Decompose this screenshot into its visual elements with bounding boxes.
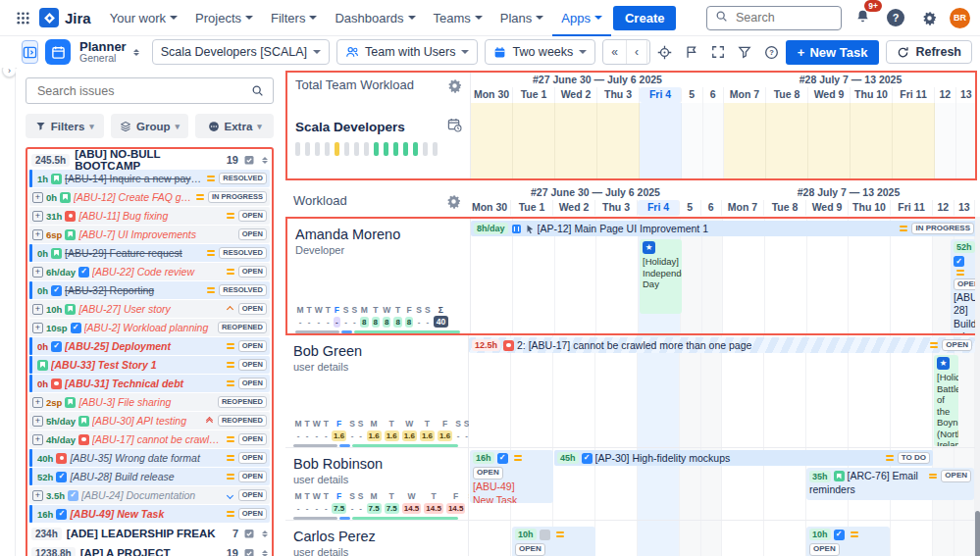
filter-funnel-icon[interactable]	[738, 45, 751, 59]
day-header-12[interactable]: 12	[933, 200, 954, 216]
fullscreen-icon[interactable]	[711, 45, 725, 59]
issue-row[interactable]: +10sp✓[ABU-2] Workload planningREOPENED	[29, 319, 270, 336]
task-card[interactable]: 16h✓OPEN[ABU-49]New Task	[470, 450, 553, 503]
day-header-mon-7[interactable]: Mon 7	[722, 200, 764, 216]
day-header-13[interactable]: 13	[954, 200, 976, 216]
day-header-tue-1[interactable]: Tue 1	[513, 87, 555, 103]
issue-row[interactable]: 40h[ABU-35] Wrong date formatOPEN	[29, 449, 270, 467]
day-header-tue-1[interactable]: Tue 1	[511, 200, 553, 216]
day-header-tue-8[interactable]: Tue 8	[766, 87, 808, 103]
day-header-12[interactable]: 12	[935, 87, 956, 103]
project-group-header[interactable]: 234h[ADE] LEADERSHIP FREAK7	[29, 524, 270, 543]
issue-row[interactable]: 1h[ABU-14] Inquire a new payment system …	[29, 170, 270, 187]
sidebar-group-button[interactable]: Group▾	[111, 114, 189, 138]
sidebar-toggle-button[interactable]	[22, 40, 38, 64]
planner-switcher-chevrons[interactable]	[133, 46, 139, 59]
nav-item-teams[interactable]: Teams	[425, 0, 491, 36]
issue-row[interactable]: 52h✓[ABU-28] Build releaseOPEN	[29, 468, 270, 485]
user-role-link[interactable]: user details	[293, 546, 460, 556]
calendar-check-icon[interactable]	[243, 528, 255, 539]
day-header-fri-4[interactable]: Fri 4	[640, 87, 682, 103]
day-header-wed-9[interactable]: Wed 9	[808, 87, 851, 103]
jira-logo[interactable]: Jira	[37, 8, 99, 27]
prev-button[interactable]: ‹	[627, 40, 647, 64]
nav-item-plans[interactable]: Plans	[491, 0, 553, 36]
expand-icon[interactable]: +	[32, 304, 43, 315]
day-header-5[interactable]: 5	[680, 200, 701, 216]
sidebar-extra-button[interactable]: Extra▾	[195, 114, 274, 138]
jump-back-button[interactable]: «	[603, 40, 627, 64]
team-select[interactable]: Scala Developers [SCALA]	[152, 39, 330, 65]
expand-icon[interactable]: +	[32, 211, 43, 222]
app-switcher-grid-icon[interactable]	[10, 5, 35, 30]
user-avatar[interactable]: BR	[950, 8, 970, 28]
sort-arrows-icon[interactable]	[262, 528, 268, 540]
day-header-thu-3[interactable]: Thu 3	[595, 200, 638, 216]
issue-row[interactable]: +5h/day[ABU-30] API testingREOPENED	[29, 412, 270, 430]
day-header-wed-2[interactable]: Wed 2	[553, 200, 595, 216]
expand-icon[interactable]: +	[32, 267, 43, 278]
expand-icon[interactable]: +	[32, 323, 43, 333]
day-header-thu-10[interactable]: Thu 10	[851, 87, 893, 103]
issue-row[interactable]: +6sp[ABU-7] UI ImprovementsOPEN	[29, 226, 270, 243]
sort-arrows-icon[interactable]	[262, 547, 268, 556]
nav-item-projects[interactable]: Projects	[186, 0, 262, 36]
nav-item-filters[interactable]: Filters	[262, 0, 326, 36]
day-header-thu-3[interactable]: Thu 3	[597, 87, 640, 103]
expand-icon[interactable]: +	[32, 416, 43, 427]
day-header-6[interactable]: 6	[701, 200, 723, 216]
sort-arrows-icon[interactable]	[262, 154, 268, 167]
day-header-mon-30[interactable]: Mon 30	[469, 200, 511, 216]
issue-row[interactable]: +6h/day✓[ABU-22] Code reviewOPEN	[29, 263, 270, 280]
help-button[interactable]: ?	[883, 5, 908, 30]
calendar-check-icon[interactable]	[243, 154, 255, 166]
issue-search[interactable]	[26, 77, 274, 104]
task-bar[interactable]: 8h/day[AP-12] Main Page UI Improvement 1…	[471, 221, 975, 236]
day-header-mon-7[interactable]: Mon 7	[724, 87, 766, 103]
nav-item-dashboards[interactable]: Dashboards	[326, 0, 424, 36]
day-header-13[interactable]: 13	[956, 87, 976, 103]
user-role-link[interactable]: Developer	[295, 244, 462, 256]
issue-row[interactable]: [ABU-33] Test Story 1OPEN	[29, 356, 270, 374]
day-header-wed-9[interactable]: Wed 9	[806, 200, 849, 216]
expand-icon[interactable]: +	[32, 397, 43, 408]
day-header-wed-2[interactable]: Wed 2	[555, 87, 597, 103]
issue-row[interactable]: +31h[ABU-11] Bug fixingOPEN	[29, 207, 270, 225]
scrollbar-thumb[interactable]	[975, 511, 980, 556]
refresh-button[interactable]: Refresh	[886, 40, 972, 64]
project-group-header[interactable]: 1238.8h[AP] A PROJECT19	[29, 543, 270, 556]
task-card[interactable]: 35h[ARC-76] EmailOPENreminders	[806, 468, 974, 500]
issue-row[interactable]: +0h[ABU-12] Create FAQ guide on how ...I…	[29, 188, 270, 206]
issue-row[interactable]: 0h✓[ABU-32] ReportingRESOLVED	[29, 281, 270, 299]
issue-row[interactable]: +2sp[ABU-3] File sharingREOPENED	[29, 393, 270, 411]
gear-icon[interactable]	[446, 194, 461, 213]
milestone-flag-icon[interactable]	[685, 45, 698, 59]
locate-task-icon[interactable]	[657, 45, 672, 60]
view-mode-select[interactable]: Team with Users	[336, 39, 478, 65]
holiday-card[interactable]: ★[Holiday] Independence Day	[640, 239, 682, 314]
holiday-card[interactable]: ★[Holiday] Battle of the Boyne (Northern…	[934, 355, 958, 446]
task-card[interactable]: 10hOPEN[ADE-19]Add comments	[512, 527, 595, 556]
day-header-5[interactable]: 5	[682, 87, 703, 103]
range-select[interactable]: Two weeks	[485, 39, 595, 65]
issue-row[interactable]: +4h/day[ABU-17] cannot be crawled more t…	[29, 430, 270, 448]
day-header-tue-8[interactable]: Tue 8	[764, 200, 806, 216]
expand-icon[interactable]: +	[32, 192, 43, 203]
create-button[interactable]: Create	[613, 6, 676, 30]
settings-button[interactable]	[916, 5, 942, 30]
task-card[interactable]: 52h✓OPEN[ABU-28]Build release	[951, 239, 975, 333]
issue-row[interactable]: +10h[ABU-27] User storyOPEN	[29, 300, 270, 318]
global-search-input[interactable]	[734, 10, 833, 25]
calendar-check-icon[interactable]	[243, 547, 255, 556]
notifications-button[interactable]: 9+	[850, 5, 875, 30]
calendar-clock-icon[interactable]	[447, 118, 462, 135]
day-header-thu-10[interactable]: Thu 10	[849, 200, 891, 216]
issue-row[interactable]: 16h✓[ABU-49] New TaskOPEN	[29, 505, 270, 523]
global-search[interactable]	[706, 6, 842, 30]
day-header-fri-11[interactable]: Fri 11	[891, 200, 933, 216]
expand-icon[interactable]: +	[32, 490, 43, 501]
issue-search-input[interactable]	[35, 83, 251, 99]
expand-icon[interactable]: +	[32, 229, 43, 240]
project-group-header[interactable]: 245.5h[ABU] NO-BULL BOOTCAMP19	[29, 150, 270, 170]
day-header-mon-30[interactable]: Mon 30	[471, 87, 513, 103]
